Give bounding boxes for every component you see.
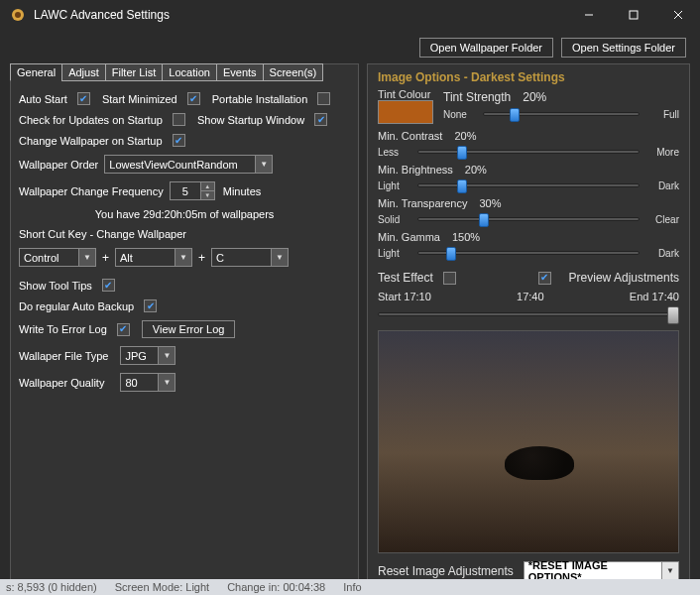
change-frequency-unit: Minutes [223,185,262,197]
reset-adjustments-label: Reset Image Adjustments [378,564,514,578]
start-minimized-checkbox[interactable] [187,92,200,105]
transparency-min-label: Solid [378,214,411,225]
check-updates-label: Check for Updates on Startup [19,114,163,126]
write-error-log-checkbox[interactable] [117,323,130,336]
view-error-log-button[interactable]: View Error Log [142,320,236,338]
gamma-min-label: Light [378,248,411,259]
test-effect-checkbox[interactable] [443,272,456,285]
spinner-down-icon[interactable]: ▼ [200,191,214,199]
change-frequency-label: Wallpaper Change Frequency [19,185,164,197]
topbar: Open Wallpaper Folder Open Settings Fold… [0,30,700,63]
image-options-title: Image Options - Darkest Settings [378,70,679,84]
tint-strength-label: Tint Strength [443,90,511,104]
open-settings-folder-button[interactable]: Open Settings Folder [561,38,686,58]
status-info: Info [343,581,361,593]
gamma-slider[interactable] [417,245,640,261]
shortcut-mod1-select[interactable]: Control [19,248,96,267]
time-slider[interactable] [378,304,679,324]
left-panel: General Adjust Filter List Location Even… [10,63,359,587]
window-title: LAWC Advanced Settings [34,8,566,22]
tab-events[interactable]: Events [216,63,264,81]
content-area: General Adjust Filter List Location Even… [0,63,700,595]
wallpaper-preview [378,330,679,553]
change-frequency-spinner[interactable]: ▲▼ [170,181,215,200]
brightness-slider[interactable] [417,178,640,193]
show-startup-checkbox[interactable] [314,113,327,126]
write-error-log-label: Write To Error Log [19,323,107,335]
portable-installation-checkbox[interactable] [317,92,330,105]
auto-backup-label: Do regular Auto Backup [19,300,134,312]
spinner-up-icon[interactable]: ▲ [200,182,214,191]
contrast-min-label: Less [378,147,411,158]
right-panel: Image Options - Darkest Settings Tint Co… [367,63,690,587]
change-wallpaper-startup-checkbox[interactable] [173,134,185,147]
shortcut-mod2-select[interactable]: Alt [115,248,192,267]
tab-adjust[interactable]: Adjust [61,63,106,81]
svg-point-1 [15,12,21,18]
tabs: General Adjust Filter List Location Even… [10,63,357,81]
transparency-slider[interactable] [417,211,640,227]
file-type-select[interactable]: JPG [120,346,175,365]
status-screen-mode: Screen Mode: Light [115,581,209,593]
auto-backup-checkbox[interactable] [144,299,157,312]
plus-icon: + [102,251,109,265]
check-updates-checkbox[interactable] [173,113,185,126]
tint-max-label: Full [645,109,679,120]
start-minimized-label: Start Minimized [102,93,177,105]
titlebar: LAWC Advanced Settings [0,0,700,30]
auto-start-checkbox[interactable] [77,92,90,105]
file-type-label: Wallaper File Type [19,350,108,362]
transparency-label: Min. Transparency [378,197,467,209]
shortcut-section-title: Short Cut Key - Change Wallpaper [19,228,350,240]
time-end-label: End 17:40 [630,291,679,302]
contrast-max-label: More [645,147,679,158]
gamma-value: 150% [452,231,480,243]
wallpaper-duration-text: You have 29d:20h:05m of wallpapers [95,208,275,220]
change-frequency-input[interactable] [171,182,200,199]
contrast-label: Min. Contrast [378,130,442,142]
tint-strength-value: 20% [523,90,546,104]
reset-options-select[interactable]: *RESET IMAGE OPTIONS* [524,561,679,580]
show-tooltips-checkbox[interactable] [102,279,115,292]
tint-min-label: None [443,109,477,120]
wallpaper-order-select[interactable]: LowestViewCountRandom [104,155,273,174]
change-wallpaper-startup-label: Change Wallpaper on Startup [19,135,163,147]
status-count: s: 8,593 (0 hidden) [6,581,97,593]
time-slider-thumb[interactable] [667,306,679,324]
maximize-button[interactable] [611,0,655,30]
contrast-slider[interactable] [417,144,640,160]
contrast-value: 20% [454,130,476,142]
auto-start-label: Auto Start [19,93,67,105]
svg-rect-3 [630,11,638,19]
quality-select[interactable]: 80 [120,373,175,392]
brightness-label: Min. Brightness [378,164,453,176]
open-wallpaper-folder-button[interactable]: Open Wallpaper Folder [419,38,553,58]
time-mid-label: 17:40 [517,291,544,302]
status-bar: s: 8,593 (0 hidden) Screen Mode: Light C… [0,579,700,595]
tint-colour-label: Tint Colour [378,88,433,100]
tab-location[interactable]: Location [162,63,217,81]
tab-screens[interactable]: Screen(s) [263,63,324,81]
show-startup-label: Show Startup Window [197,114,304,126]
shortcut-key-select[interactable]: C [211,248,289,267]
close-button[interactable] [655,0,700,30]
quality-label: Wallpaper Quality [19,377,104,389]
brightness-value: 20% [465,164,487,176]
test-effect-label: Test Effect [378,271,433,285]
tab-filter-list[interactable]: Filter List [105,63,164,81]
app-icon [10,7,26,23]
wallpaper-order-label: Wallpaper Order [19,159,98,171]
gamma-max-label: Dark [645,248,679,259]
tint-colour-swatch[interactable] [378,100,433,124]
brightness-min-label: Light [378,180,411,191]
preview-adjustments-label: Preview Adjustments [569,271,679,285]
brightness-max-label: Dark [645,180,679,191]
portable-installation-label: Portable Installation [212,93,308,105]
preview-adjustments-checkbox[interactable] [538,272,551,285]
tab-general[interactable]: General [10,63,62,81]
show-tooltips-label: Show Tool Tips [19,280,92,292]
tint-strength-slider[interactable] [483,106,640,122]
minimize-button[interactable] [566,0,611,30]
general-tab-body: Auto Start Start Minimized Portable Inst… [11,82,358,586]
transparency-max-label: Clear [645,214,679,225]
